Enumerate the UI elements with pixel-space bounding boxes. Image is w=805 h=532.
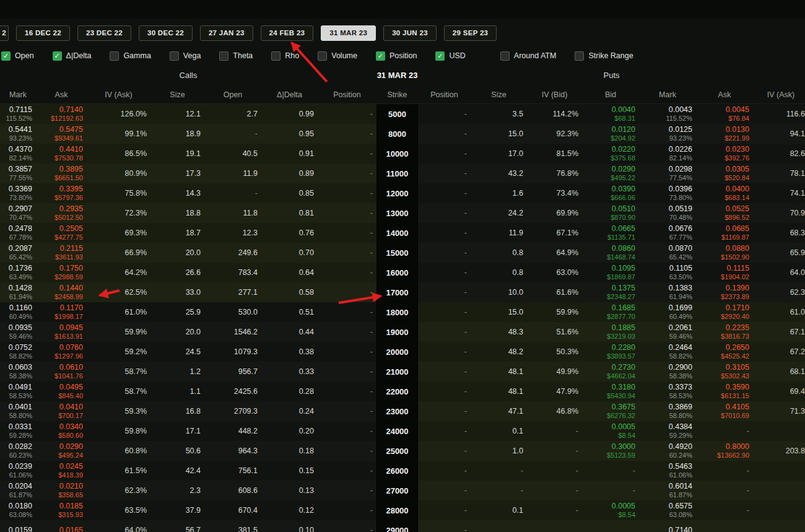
put-bid-cell[interactable]: 0.2730$4662.04 — [582, 362, 639, 382]
put-mark-cell[interactable]: 0.438459.29% — [639, 421, 696, 441]
call-mark-cell[interactable]: 0.028260.23% — [0, 441, 36, 461]
filter-rho[interactable]: Rho — [271, 51, 299, 61]
put-bid-cell[interactable]: 0.1885$3219.03 — [582, 322, 639, 342]
put-mark-cell[interactable]: 0.7140 — [639, 520, 696, 532]
call-mark-cell[interactable]: 0.208765.42% — [0, 243, 36, 263]
expiry-tab-31-mar-23[interactable]: 31 MAR 23 — [321, 25, 376, 41]
put-mark-cell[interactable]: 0.546361.06% — [639, 461, 696, 481]
put-bid-cell[interactable]: 0.0510$870.90 — [582, 203, 639, 223]
expiry-tab-30-jun-23[interactable]: 30 JUN 23 — [383, 25, 437, 41]
put-bid-cell[interactable]: 0.0665$1135.71 — [582, 223, 639, 243]
put-bid-cell[interactable] — [582, 520, 639, 532]
call-mark-cell[interactable]: 0.290770.47% — [0, 203, 36, 223]
call-ask-cell[interactable]: 0.2935$5012.50 — [36, 203, 87, 223]
put-mark-cell[interactable]: 0.0043115.52% — [639, 104, 696, 124]
put-bid-cell[interactable]: 0.0220$375.68 — [582, 144, 639, 164]
call-ask-cell[interactable]: 0.3895$6651.50 — [36, 164, 87, 183]
put-bid-cell[interactable]: 0.0005$8.54 — [582, 500, 639, 520]
call-ask-cell[interactable]: 0.5475$9349.61 — [36, 124, 87, 144]
expiry-tab-23-dec-22[interactable]: 23 DEC 22 — [77, 25, 131, 41]
expiry-tab-24-feb-23[interactable]: 24 FEB 23 — [261, 25, 314, 41]
expiry-tab-2[interactable]: 2 — [0, 25, 9, 41]
put-mark-cell[interactable]: 0.138361.94% — [639, 282, 696, 302]
put-bid-cell[interactable]: 0.0005$8.54 — [582, 421, 639, 441]
put-ask-cell[interactable]: 0.2650$4525.42 — [696, 342, 753, 362]
put-ask-cell[interactable]: - — [696, 421, 753, 441]
put-bid-cell[interactable]: 0.3000$5123.59 — [582, 441, 639, 461]
put-ask-cell[interactable]: - — [696, 481, 753, 500]
call-ask-cell[interactable]: 0.1440$2458.99 — [36, 282, 87, 302]
call-ask-cell[interactable]: 0.0290$495.24 — [36, 441, 87, 461]
call-ask-cell[interactable]: 0.7140$12192.63 — [36, 104, 87, 124]
call-mark-cell[interactable]: 0.033159.28% — [0, 421, 36, 441]
put-bid-cell[interactable]: 0.3675$6276.32 — [582, 401, 639, 421]
put-mark-cell[interactable]: 0.051970.48% — [639, 203, 696, 223]
put-bid-cell[interactable]: 0.0390$666.06 — [582, 183, 639, 203]
put-mark-cell[interactable]: 0.386958.80% — [639, 401, 696, 421]
expiry-tab-30-dec-22[interactable]: 30 DEC 22 — [139, 25, 193, 41]
filter-delta[interactable]: ✓Δ|Delta — [53, 51, 92, 61]
put-bid-cell[interactable]: 0.0120$204.92 — [582, 124, 639, 144]
call-mark-cell[interactable]: 0.020461.87% — [0, 481, 36, 500]
call-mark-cell[interactable]: 0.0159 — [0, 520, 36, 532]
call-ask-cell[interactable]: 0.2505$4277.75 — [36, 223, 87, 243]
put-mark-cell[interactable]: 0.067667.77% — [639, 223, 696, 243]
put-ask-cell[interactable]: 0.0230$392.76 — [696, 144, 753, 164]
put-mark-cell[interactable]: 0.206159.46% — [639, 322, 696, 342]
filter-volume[interactable]: Volume — [318, 51, 357, 61]
call-mark-cell[interactable]: 0.142861.94% — [0, 282, 36, 302]
call-mark-cell[interactable]: 0.336973.80% — [0, 183, 36, 203]
put-ask-cell[interactable]: - — [696, 461, 753, 481]
filter-open[interactable]: ✓Open — [1, 51, 34, 61]
put-mark-cell[interactable]: 0.337358.53% — [639, 382, 696, 401]
call-mark-cell[interactable]: 0.7115115.52% — [0, 104, 36, 124]
put-ask-cell[interactable]: 0.0130$221.99 — [696, 124, 753, 144]
put-mark-cell[interactable]: 0.290058.38% — [639, 362, 696, 382]
put-mark-cell[interactable]: 0.169960.49% — [639, 302, 696, 322]
call-mark-cell[interactable]: 0.049158.53% — [0, 382, 36, 401]
call-mark-cell[interactable]: 0.018063.08% — [0, 500, 36, 520]
put-mark-cell[interactable]: 0.022682.14% — [639, 144, 696, 164]
expiry-tab-27-jan-23[interactable]: 27 JAN 23 — [200, 25, 253, 41]
put-mark-cell[interactable]: 0.110563.50% — [639, 263, 696, 282]
call-ask-cell[interactable]: 0.1750$2988.59 — [36, 263, 87, 282]
put-ask-cell[interactable]: 0.2235$3816.73 — [696, 322, 753, 342]
put-bid-cell[interactable]: 0.1375$2348.27 — [582, 282, 639, 302]
call-mark-cell[interactable]: 0.093559.46% — [0, 322, 36, 342]
call-ask-cell[interactable]: 0.0610$1041.76 — [36, 362, 87, 382]
call-ask-cell[interactable]: 0.3395$5797.36 — [36, 183, 87, 203]
put-ask-cell[interactable]: 0.4105$7010.69 — [696, 401, 753, 421]
put-mark-cell[interactable]: 0.029877.54% — [639, 164, 696, 183]
call-mark-cell[interactable]: 0.544193.23% — [0, 124, 36, 144]
call-mark-cell[interactable]: 0.173663.49% — [0, 263, 36, 282]
put-bid-cell[interactable]: 0.2280$3893.57 — [582, 342, 639, 362]
put-bid-cell[interactable]: - — [582, 481, 639, 500]
call-mark-cell[interactable]: 0.060358.38% — [0, 362, 36, 382]
call-ask-cell[interactable]: 0.0340$580.60 — [36, 421, 87, 441]
expiry-tab-16-dec-22[interactable]: 16 DEC 22 — [16, 25, 70, 41]
filter-strike-range[interactable]: Strike Range — [575, 51, 633, 61]
put-mark-cell[interactable]: 0.246458.82% — [639, 342, 696, 362]
call-ask-cell[interactable]: 0.0165 — [36, 520, 87, 532]
put-mark-cell[interactable]: 0.492060.24% — [639, 441, 696, 461]
put-ask-cell[interactable]: 0.0305$520.84 — [696, 164, 753, 183]
call-ask-cell[interactable]: 0.0760$1297.96 — [36, 342, 87, 362]
call-mark-cell[interactable]: 0.247867.78% — [0, 223, 36, 243]
put-ask-cell[interactable]: 0.8000$13662.90 — [696, 441, 753, 461]
filter-usd[interactable]: ✓USD — [435, 51, 465, 61]
put-ask-cell[interactable]: 0.1115$1904.02 — [696, 263, 753, 282]
filter-around-atm[interactable]: Around ATM — [500, 51, 557, 61]
call-mark-cell[interactable]: 0.075258.82% — [0, 342, 36, 362]
call-mark-cell[interactable]: 0.040158.80% — [0, 401, 36, 421]
put-ask-cell[interactable]: 0.0045$76.84 — [696, 104, 753, 124]
filter-gamma[interactable]: Gamma — [110, 51, 150, 61]
call-ask-cell[interactable]: 0.0945$1613.91 — [36, 322, 87, 342]
put-mark-cell[interactable]: 0.012593.23% — [639, 124, 696, 144]
put-bid-cell[interactable]: 0.0040$68.31 — [582, 104, 639, 124]
put-bid-cell[interactable]: 0.3180$5430.94 — [582, 382, 639, 401]
put-bid-cell[interactable]: 0.1685$2877.70 — [582, 302, 639, 322]
put-ask-cell[interactable]: 0.3105$5302.43 — [696, 362, 753, 382]
put-ask-cell[interactable]: 0.0525$896.52 — [696, 203, 753, 223]
call-ask-cell[interactable]: 0.0245$418.39 — [36, 461, 87, 481]
put-bid-cell[interactable]: 0.1095$1869.87 — [582, 263, 639, 282]
